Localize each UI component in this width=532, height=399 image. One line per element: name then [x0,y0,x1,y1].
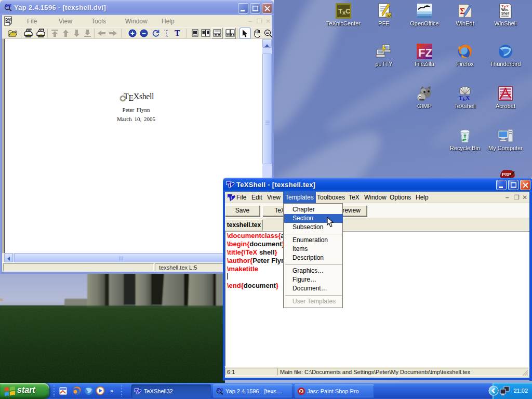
svg-text:FZ: FZ [418,46,432,59]
svg-text:DVI: DVI [5,4,11,7]
svg-text:8: 8 [300,389,303,394]
svg-text:T: T [175,29,180,37]
svg-text:Win-: Win- [501,8,509,11]
svg-text:TEX: TEX [459,95,470,102]
svg-text:32: 32 [387,14,391,18]
svg-text:DVI: DVI [5,18,11,21]
svg-text:Shell: Shell [501,11,510,15]
svg-text:DVI: DVI [217,388,223,391]
